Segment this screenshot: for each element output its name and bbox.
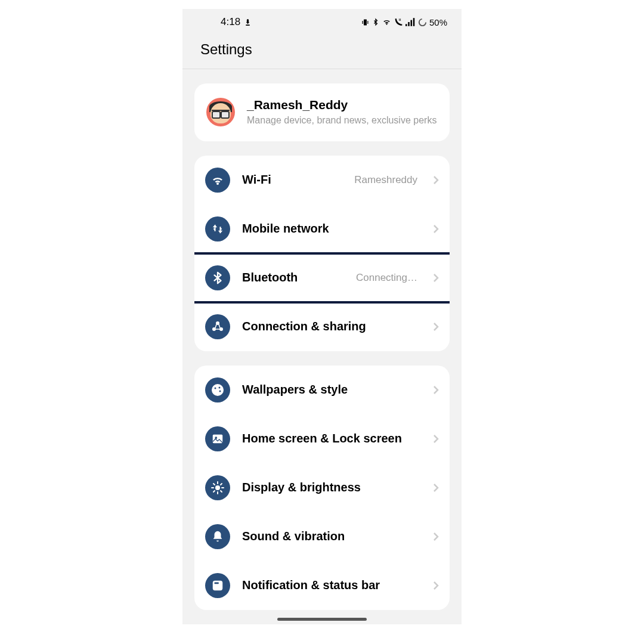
connection-icon [205, 314, 230, 339]
chevron-right-icon [433, 483, 439, 493]
wallpapers-label: Wallpapers & style [242, 382, 421, 397]
svg-rect-6 [408, 22, 410, 26]
mobile-network-row[interactable]: Mobile network [194, 205, 450, 253]
phone-screen: 4:18 H 50% Se [182, 9, 462, 624]
svg-rect-7 [410, 20, 412, 26]
sound-label: Sound & vibration [242, 529, 421, 544]
home-screen-row[interactable]: Home screen & Lock screen [194, 414, 450, 463]
download-icon [244, 18, 252, 26]
svg-rect-17 [213, 434, 223, 443]
brightness-icon [205, 475, 230, 500]
wifi-row[interactable]: Wi-Fi Rameshreddy [194, 156, 450, 205]
bluetooth-value: Connecting… [356, 272, 417, 284]
chevron-right-icon [433, 385, 439, 395]
palette-icon [205, 377, 230, 402]
svg-rect-1 [364, 19, 367, 25]
svg-point-14 [215, 387, 216, 389]
notification-label: Notification & status bar [242, 578, 421, 593]
bell-icon [205, 524, 230, 549]
notification-bar-icon [205, 573, 230, 598]
svg-rect-0 [246, 24, 250, 26]
profile-card[interactable]: _Ramesh_Reddy Manage device, brand news,… [194, 83, 450, 141]
status-bar: 4:18 H 50% [182, 9, 462, 33]
svg-rect-28 [213, 581, 223, 591]
wifi-icon [205, 168, 230, 193]
svg-rect-8 [413, 18, 415, 26]
svg-point-19 [215, 485, 220, 490]
mobile-label: Mobile network [242, 221, 421, 236]
svg-point-16 [219, 390, 221, 392]
wifi-label: Wi-Fi [242, 172, 342, 187]
svg-line-26 [213, 491, 215, 492]
volte-icon: H [394, 18, 403, 26]
page-title: Settings [182, 33, 462, 69]
connectivity-card: Wi-Fi Rameshreddy Mobile network Bluetoo… [194, 156, 450, 351]
battery-loading-icon [418, 18, 427, 27]
chevron-right-icon [433, 434, 439, 444]
chevron-right-icon [433, 532, 439, 541]
svg-point-9 [419, 18, 426, 25]
bluetooth-row[interactable]: Bluetooth Connecting… [194, 253, 450, 302]
status-time: 4:18 [221, 16, 240, 28]
chevron-right-icon [433, 322, 439, 332]
svg-line-24 [213, 484, 215, 485]
svg-point-15 [219, 386, 221, 388]
bluetooth-label: Bluetooth [242, 270, 344, 285]
chevron-right-icon [433, 273, 439, 283]
svg-rect-5 [405, 24, 407, 26]
svg-rect-2 [362, 21, 363, 24]
settings-content: _Ramesh_Reddy Manage device, brand news,… [182, 69, 462, 610]
avatar [206, 98, 235, 126]
image-icon [205, 426, 230, 451]
home-indicator[interactable] [277, 618, 367, 621]
chevron-right-icon [433, 581, 439, 590]
bluetooth-icon [372, 18, 379, 26]
profile-name: _Ramesh_Reddy [247, 98, 438, 112]
wifi-value: Rameshreddy [354, 174, 417, 186]
personalization-card: Wallpapers & style Home screen & Lock sc… [194, 366, 450, 610]
home-label: Home screen & Lock screen [242, 431, 421, 446]
svg-point-13 [212, 384, 224, 396]
svg-text:H: H [399, 18, 401, 21]
svg-rect-3 [367, 21, 368, 24]
signal-icon [405, 18, 416, 26]
battery-percent: 50% [429, 17, 447, 27]
connection-label: Connection & sharing [242, 319, 421, 334]
chevron-right-icon [433, 224, 439, 234]
display-label: Display & brightness [242, 480, 421, 495]
wallpapers-row[interactable]: Wallpapers & style [194, 366, 450, 414]
wifi-icon [382, 18, 392, 26]
connection-sharing-row[interactable]: Connection & sharing [194, 302, 450, 351]
svg-rect-29 [215, 582, 219, 584]
display-row[interactable]: Display & brightness [194, 463, 450, 512]
chevron-right-icon [433, 175, 439, 185]
sound-row[interactable]: Sound & vibration [194, 512, 450, 561]
notification-row[interactable]: Notification & status bar [194, 561, 450, 610]
svg-line-27 [221, 484, 222, 485]
svg-line-25 [221, 491, 222, 492]
profile-desc: Manage device, brand news, exclusive per… [247, 114, 438, 127]
bluetooth-icon [205, 265, 230, 290]
vibrate-icon [361, 18, 370, 27]
mobile-data-icon [205, 216, 230, 242]
